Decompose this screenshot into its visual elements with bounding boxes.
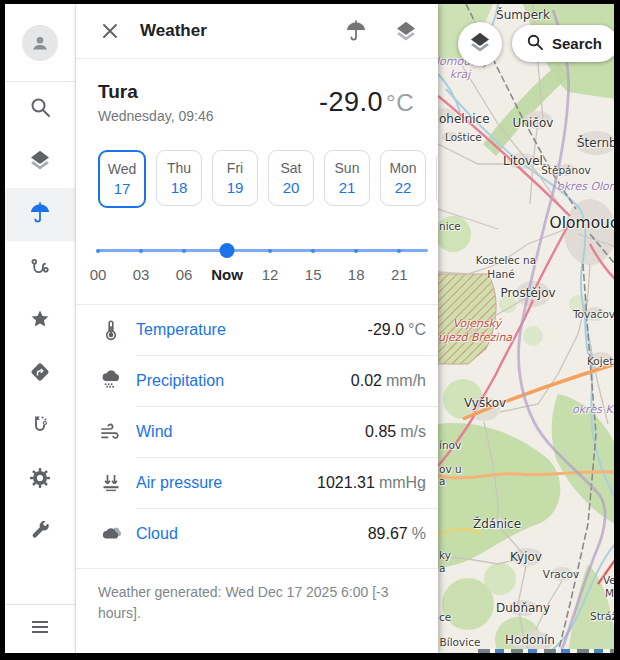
layers-icon <box>468 30 492 58</box>
sidebar-item-navigation[interactable] <box>5 347 75 400</box>
sidebar-item-menu[interactable] <box>5 604 75 653</box>
slider-tick[interactable] <box>397 249 401 253</box>
sidebar-item-settings[interactable] <box>5 453 75 506</box>
weather-panel: Weather Tura Wednesday, 09:46 -29.0°C We… <box>76 4 438 653</box>
map-search-label: Search <box>552 35 602 52</box>
time-slider[interactable]: 000306Now12151821 <box>98 240 428 292</box>
metric-value-air-pressure: 1021.31mmHg <box>317 474 426 492</box>
metric-label-air-pressure[interactable]: Air pressure <box>136 474 222 492</box>
gear-icon <box>28 466 52 494</box>
slider-tick[interactable] <box>268 249 272 253</box>
precipitation-icon <box>98 369 124 393</box>
map-view[interactable]: ŠumperkOlomouckýkrajohelniceLošticeUničo… <box>438 4 614 653</box>
day-date: 19 <box>227 179 244 196</box>
sidebar-item-track-recording[interactable] <box>5 400 75 453</box>
map-search-button[interactable]: Search <box>512 25 614 62</box>
app-window: Weather Tura Wednesday, 09:46 -29.0°C We… <box>5 4 614 653</box>
slider-thumb[interactable] <box>220 243 235 258</box>
route-icon <box>28 254 52 282</box>
star-icon <box>28 307 52 335</box>
wind-icon <box>98 420 124 444</box>
metric-row-precipitation: Precipitation 0.02mm/h <box>76 356 438 406</box>
day-card-mon[interactable]: Mon22 <box>380 150 426 206</box>
slider-time-label-12[interactable]: 12 <box>262 266 279 283</box>
day-card-fri[interactable]: Fri19 <box>212 150 258 206</box>
slider-tick[interactable] <box>96 249 100 253</box>
metric-row-air-pressure: Air pressure 1021.31mmHg <box>76 458 438 508</box>
search-icon <box>525 32 545 56</box>
day-date: 17 <box>114 180 131 197</box>
day-card-sat[interactable]: Sat20 <box>268 150 314 206</box>
directions-icon <box>28 360 52 388</box>
slider-time-label-03[interactable]: 03 <box>133 266 150 283</box>
day-date: 22 <box>395 179 412 196</box>
profile-avatar-icon[interactable] <box>22 25 58 61</box>
metric-value-cloud: 89.67% <box>368 525 426 543</box>
map-attribution <box>478 649 614 653</box>
day-label: Sat <box>280 160 301 176</box>
day-card-sun[interactable]: Sun21 <box>324 150 370 206</box>
sidebar-item-profile[interactable] <box>5 4 75 82</box>
slider-time-label-06[interactable]: 06 <box>176 266 193 283</box>
slider-tick[interactable] <box>354 249 358 253</box>
weather-layers-icon[interactable] <box>394 19 418 43</box>
day-label: Sun <box>335 160 360 176</box>
sidebar-item-map-layers[interactable] <box>5 135 75 188</box>
weather-generated-note: Weather generated: Wed Dec 17 2025 6:00 … <box>76 568 438 624</box>
metric-label-wind[interactable]: Wind <box>136 423 172 441</box>
slider-time-label-00[interactable]: 00 <box>90 266 107 283</box>
hamburger-icon <box>28 615 52 643</box>
thermometer-icon <box>98 318 124 342</box>
umbrella-icon <box>28 201 52 229</box>
metric-value-wind: 0.85m/s <box>365 423 426 441</box>
metric-label-precipitation[interactable]: Precipitation <box>136 372 224 390</box>
screenshot-frame: Weather Tura Wednesday, 09:46 -29.0°C We… <box>0 0 620 660</box>
map-basemap <box>438 4 614 653</box>
day-date: 21 <box>339 179 356 196</box>
search-icon <box>28 95 52 123</box>
metric-value-temperature: -29.0°C <box>368 321 426 339</box>
slider-time-label-21[interactable]: 21 <box>391 266 408 283</box>
metric-row-temperature: Temperature -29.0°C <box>76 305 438 355</box>
slider-time-label-now[interactable]: Now <box>211 266 243 283</box>
slider-tick[interactable] <box>311 249 315 253</box>
location-name: Tura <box>98 81 213 103</box>
day-selector: Wed17Thu18Fri19Sat20Sun21Mon22Tue23 <box>98 150 438 208</box>
day-label: Fri <box>227 160 243 176</box>
track-icon <box>28 413 52 441</box>
slider-time-label-15[interactable]: 15 <box>305 266 322 283</box>
day-date: 20 <box>283 179 300 196</box>
current-temperature: -29.0°C <box>319 87 414 118</box>
metric-label-cloud[interactable]: Cloud <box>136 525 178 543</box>
metric-row-wind: Wind 0.85m/s <box>76 407 438 457</box>
day-card-tue[interactable]: Tue23 <box>436 150 438 206</box>
location-summary: Tura Wednesday, 09:46 -29.0°C <box>76 59 438 124</box>
sidebar-item-plugins[interactable] <box>5 506 75 559</box>
weather-source-umbrella-icon[interactable] <box>344 19 368 43</box>
slider-time-label-18[interactable]: 18 <box>348 266 365 283</box>
location-datetime: Wednesday, 09:46 <box>98 108 213 124</box>
cloud-icon <box>98 522 124 546</box>
slider-tick[interactable] <box>139 249 143 253</box>
sidebar-item-plan-route[interactable] <box>5 241 75 294</box>
metric-label-temperature[interactable]: Temperature <box>136 321 226 339</box>
temperature-unit: °C <box>386 89 414 116</box>
slider-tick[interactable] <box>182 249 186 253</box>
sidebar <box>5 4 76 653</box>
day-date: 18 <box>171 179 188 196</box>
page-title: Weather <box>140 21 207 41</box>
metric-value-precipitation: 0.02mm/h <box>351 372 426 390</box>
close-icon[interactable] <box>98 19 122 43</box>
day-label: Thu <box>167 160 191 176</box>
sidebar-item-weather[interactable] <box>5 188 75 241</box>
pressure-icon <box>98 471 124 495</box>
map-layers-button[interactable] <box>458 22 502 66</box>
sidebar-item-search[interactable] <box>5 82 75 135</box>
layers-icon <box>28 148 52 176</box>
time-slider-track[interactable] <box>98 249 428 252</box>
day-card-wed[interactable]: Wed17 <box>98 150 146 208</box>
sidebar-item-favorites[interactable] <box>5 294 75 347</box>
day-card-thu[interactable]: Thu18 <box>156 150 202 206</box>
day-label: Mon <box>389 160 416 176</box>
day-label: Wed <box>108 161 137 177</box>
